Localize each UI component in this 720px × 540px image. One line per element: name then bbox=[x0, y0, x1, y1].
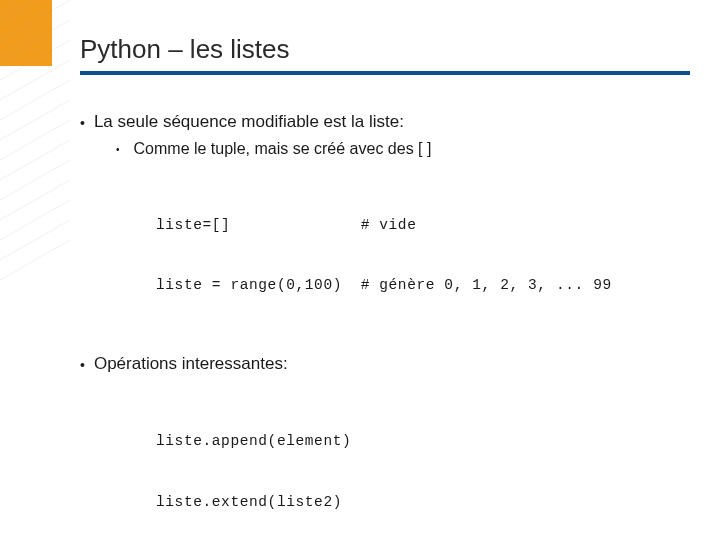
bullet-text: Opérations interessantes: bbox=[94, 354, 288, 376]
code-line: liste = range(0,100) # génère 0, 1, 2, 3… bbox=[156, 275, 700, 295]
bullet-dot-icon: • bbox=[116, 140, 120, 160]
svg-line-3 bbox=[0, 40, 70, 80]
slide-title: Python – les listes bbox=[80, 34, 700, 65]
code-block: liste.append(element) liste.extend(liste… bbox=[156, 390, 700, 540]
code-block: liste=[] # vide liste = range(0,100) # g… bbox=[156, 174, 700, 336]
bullet-dot-icon: • bbox=[80, 112, 85, 134]
svg-line-5 bbox=[0, 80, 70, 120]
code-line: liste.extend(liste2) bbox=[156, 492, 700, 512]
code-line: liste.append(element) bbox=[156, 431, 700, 451]
svg-line-11 bbox=[0, 200, 70, 240]
bullet-item: • La seule séquence modifiable est la li… bbox=[80, 112, 700, 134]
svg-line-9 bbox=[0, 160, 70, 200]
svg-line-10 bbox=[0, 180, 70, 220]
diagonal-lines-pattern bbox=[0, 0, 70, 540]
svg-line-4 bbox=[0, 60, 70, 100]
svg-line-2 bbox=[0, 20, 70, 60]
code-line: liste=[] # vide bbox=[156, 215, 700, 235]
svg-line-1 bbox=[0, 0, 70, 40]
svg-line-0 bbox=[0, 0, 70, 20]
slide-left-decoration bbox=[0, 0, 70, 540]
bullet-text: La seule séquence modifiable est la list… bbox=[94, 112, 404, 134]
svg-line-6 bbox=[0, 100, 70, 140]
bullet-dot-icon: • bbox=[80, 354, 85, 376]
svg-line-12 bbox=[0, 220, 70, 260]
title-underline bbox=[80, 71, 690, 75]
sub-bullet-item: • Comme le tuple, mais se créé avec des … bbox=[116, 140, 700, 160]
svg-line-8 bbox=[0, 140, 70, 180]
slide-title-area: Python – les listes bbox=[80, 34, 700, 75]
bullet-item: • Opérations interessantes: bbox=[80, 354, 700, 376]
sub-bullet-text: Comme le tuple, mais se créé avec des [ … bbox=[134, 140, 432, 160]
svg-line-13 bbox=[0, 240, 70, 280]
svg-line-7 bbox=[0, 120, 70, 160]
slide-content: • La seule séquence modifiable est la li… bbox=[80, 108, 700, 540]
